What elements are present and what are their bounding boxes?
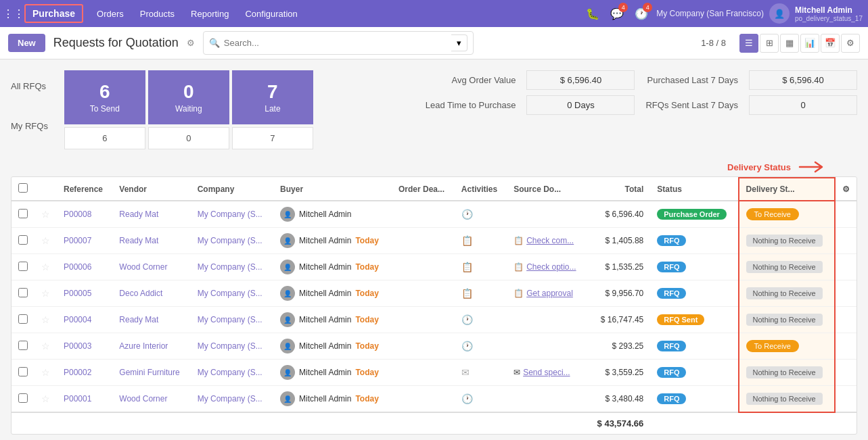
reference-link[interactable]: P00003	[64, 341, 91, 351]
col-order-deadline: Order Dea...	[392, 178, 455, 201]
row-checkbox[interactable]	[18, 341, 28, 350]
nav-item-configuration[interactable]: Configuration	[237, 0, 305, 27]
favorite-icon[interactable]: ☆	[41, 367, 50, 378]
vendor-link[interactable]: Ready Mat	[119, 315, 158, 324]
search-dropdown-button[interactable]: ▾	[451, 34, 467, 51]
source-doc: 📋 Check com...	[513, 236, 580, 245]
settings-view-icon[interactable]: ⚙	[841, 34, 860, 53]
favorite-icon[interactable]: ☆	[41, 209, 50, 220]
vendor-link[interactable]: Gemini Furniture	[119, 368, 179, 377]
source-doc-link[interactable]: Check com...	[526, 236, 574, 245]
my-stat-late[interactable]: 7	[232, 127, 313, 149]
reference-link[interactable]: P00007	[64, 236, 91, 245]
source-doc-link[interactable]: Send speci...	[523, 368, 570, 377]
col-delivery-status: Delivery St...	[739, 178, 835, 201]
row-checkbox[interactable]	[18, 288, 28, 297]
search-icon: 🔍	[209, 38, 220, 48]
row-checkbox[interactable]	[18, 235, 28, 245]
row-checkbox[interactable]	[18, 367, 28, 376]
company-text: My Company (S...	[198, 289, 262, 298]
table-row: ☆ P00005 Deco Addict My Company (S... 👤 …	[12, 280, 856, 307]
chat-icon[interactable]: 💬4	[608, 4, 626, 23]
table-row: ☆ P00001 Wood Corner My Company (S... 👤 …	[12, 386, 856, 413]
nav-item-orders[interactable]: Orders	[89, 0, 132, 27]
vendor-link[interactable]: Wood Corner	[119, 394, 167, 404]
rfqs-sent-value: 0	[749, 95, 857, 115]
grid-view-icon[interactable]: ▦	[780, 34, 799, 53]
col-company: Company	[191, 178, 273, 201]
favorite-icon[interactable]: ☆	[41, 341, 50, 351]
reference-link[interactable]: P00008	[64, 210, 91, 219]
reference-link[interactable]: P00004	[64, 315, 91, 324]
kanban-view-icon[interactable]: ⊞	[760, 34, 779, 53]
delivery-status-cell: Nothing to Receive	[739, 386, 835, 413]
buyer-avatar: 👤	[280, 391, 295, 406]
calendar-view-icon[interactable]: 📅	[821, 34, 840, 53]
status-cell: RFQ	[650, 254, 738, 280]
row-checkbox[interactable]	[18, 393, 28, 403]
favorite-icon[interactable]: ☆	[41, 288, 50, 299]
row-checkbox[interactable]	[18, 209, 28, 218]
reference-link[interactable]: P00005	[64, 289, 91, 298]
buyer-cell: 👤 Mitchell Admin Today	[280, 339, 385, 353]
stat-card-to-send[interactable]: 6 To Send	[64, 70, 145, 124]
app-name[interactable]: Purchase	[24, 4, 83, 23]
table-row: ☆ P00007 Ready Mat My Company (S... 👤 Mi…	[12, 228, 856, 254]
source-doc-cell	[507, 307, 587, 333]
favorite-icon[interactable]: ☆	[41, 393, 50, 404]
row-checkbox[interactable]	[18, 314, 28, 324]
list-view-icon[interactable]: ☰	[739, 34, 758, 53]
source-doc-cell: 📋 Get approval	[507, 280, 587, 307]
top-nav: ⋮⋮ Purchase Orders Products Reporting Co…	[0, 0, 868, 27]
vendor-link[interactable]: Ready Mat	[119, 236, 158, 245]
clock-icon: 🕐	[461, 209, 473, 220]
my-stat-waiting[interactable]: 0	[148, 127, 229, 149]
delivery-status-cell: Nothing to Receive	[739, 254, 835, 280]
buyer-cell: 👤 Mitchell Admin Today	[280, 260, 385, 274]
user-avatar[interactable]: 👤	[769, 3, 790, 24]
favorite-icon[interactable]: ☆	[41, 262, 50, 272]
favorite-icon[interactable]: ☆	[41, 235, 50, 246]
activity-icon[interactable]: 🕐4	[632, 4, 651, 23]
stat-card-late[interactable]: 7 Late	[232, 70, 313, 124]
vendor-link[interactable]: Azure Interior	[119, 341, 168, 351]
buyer-name: Mitchell Admin	[299, 315, 351, 324]
status-cell: RFQ Sent	[650, 307, 738, 333]
table-row: ☆ P00002 Gemini Furniture My Company (S.…	[12, 360, 856, 386]
order-deadline: Today	[355, 236, 378, 245]
favorite-icon[interactable]: ☆	[41, 314, 50, 325]
vendor-link[interactable]: Ready Mat	[119, 210, 158, 219]
nav-item-reporting[interactable]: Reporting	[183, 0, 237, 27]
settings-icon[interactable]: ⚙	[187, 38, 195, 48]
chart-view-icon[interactable]: 📊	[800, 34, 819, 53]
bug-icon[interactable]: 🐛	[583, 4, 602, 23]
col-settings[interactable]: ⚙	[835, 178, 856, 201]
buyer-name: Mitchell Admin	[299, 289, 351, 298]
delivery-badge: Nothing to Receive	[746, 287, 823, 299]
activities-cell: 📋	[455, 280, 507, 307]
company-text: My Company (S...	[198, 394, 262, 404]
reference-link[interactable]: P00002	[64, 368, 91, 377]
nav-item-products[interactable]: Products	[132, 0, 183, 27]
grid-icon[interactable]: ⋮⋮	[5, 5, 22, 22]
stat-card-waiting[interactable]: 0 Waiting	[148, 70, 229, 124]
row-checkbox[interactable]	[18, 262, 28, 271]
my-stat-to-send[interactable]: 6	[64, 127, 145, 149]
col-vendor: Vendor	[112, 178, 190, 201]
vendor-link[interactable]: Deco Addict	[119, 289, 162, 298]
vendor-link[interactable]: Wood Corner	[119, 262, 167, 272]
select-all-checkbox[interactable]	[18, 183, 28, 193]
buyer-avatar: 👤	[280, 312, 295, 327]
source-doc-link[interactable]: Check optio...	[526, 262, 576, 272]
new-button[interactable]: New	[8, 34, 45, 52]
order-deadline-cell	[392, 254, 455, 280]
delivery-status-cell: Nothing to Receive	[739, 228, 835, 254]
search-input[interactable]	[224, 38, 448, 48]
reference-link[interactable]: P00006	[64, 262, 91, 272]
purchased-label: Purchased Last 7 Days	[645, 75, 738, 85]
reference-link[interactable]: P00001	[64, 394, 91, 404]
source-doc-link[interactable]: Get approval	[526, 289, 573, 298]
order-deadline: Today	[355, 315, 378, 324]
user-info: Mitchell Admin po_delivery_status_17	[795, 5, 863, 22]
clock-icon: 🕐	[461, 314, 473, 325]
